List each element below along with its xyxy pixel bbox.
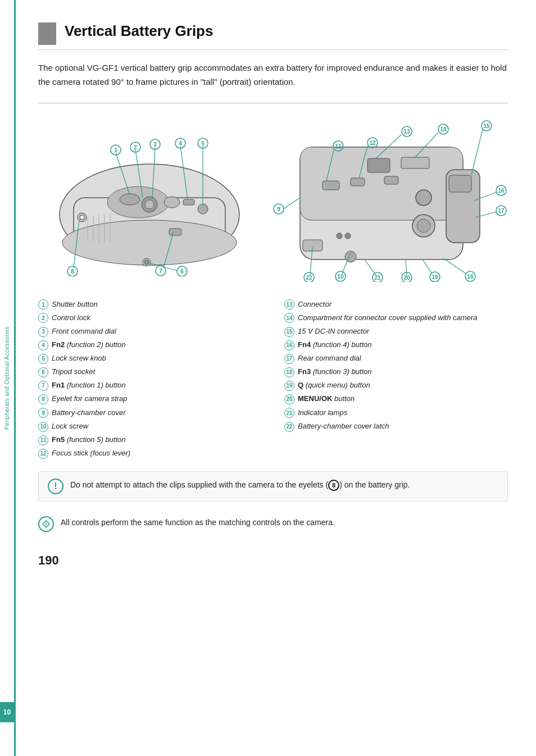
diagram-right-svg: 9 10 11 12 13 14: [272, 113, 508, 282]
notice-num-circle: 8: [328, 480, 339, 491]
diagram-left: 1 2 3 4 5 6: [38, 113, 261, 282]
info-box: All controls perform the same function a…: [38, 512, 508, 536]
svg-point-14: [198, 204, 208, 214]
svg-line-87: [443, 258, 466, 274]
notice-box: ! Do not attempt to attach the clips sup…: [38, 471, 508, 502]
label-item-22: 22 Battery-chamber cover latch: [284, 421, 508, 432]
svg-text:8: 8: [71, 268, 74, 275]
label-item-11: 11 Fn5 (function 5) button: [38, 434, 262, 445]
svg-point-12: [164, 197, 180, 208]
main-content: Vertical Battery Grips The optional VG-G…: [16, 0, 536, 756]
svg-text:3: 3: [153, 142, 157, 148]
page-tab: 10: [0, 702, 15, 722]
svg-rect-50: [384, 176, 398, 184]
info-icon: [38, 516, 54, 532]
svg-text:1: 1: [114, 147, 117, 153]
label-item-19: 19 Q (quick menu) button: [284, 380, 508, 391]
svg-point-11: [145, 200, 154, 209]
label-item-6: 6 Tripod socket: [38, 366, 262, 377]
svg-text:4: 4: [179, 140, 182, 147]
svg-text:15: 15: [483, 123, 490, 129]
label-item-12: 12 Focus stick (focus lever): [38, 448, 262, 459]
svg-line-96: [365, 259, 376, 275]
svg-rect-57: [367, 158, 390, 172]
svg-rect-48: [322, 181, 339, 190]
label-item-7: 7 Fn1 (function 1) button: [38, 380, 262, 391]
svg-rect-49: [351, 178, 365, 186]
label-item-20: 20 MENU/OK button: [284, 393, 508, 404]
svg-text:16: 16: [498, 188, 505, 194]
info-text: All controls perform the same function a…: [61, 516, 335, 529]
svg-point-51: [416, 190, 431, 206]
svg-text:6: 6: [180, 268, 184, 275]
svg-point-2: [62, 220, 237, 265]
label-item-10: 10 Lock screw: [38, 421, 262, 432]
label-item-empty: [284, 434, 508, 445]
svg-rect-56: [303, 240, 322, 251]
section-header: Vertical Battery Grips: [38, 22, 508, 50]
svg-text:11: 11: [335, 143, 342, 149]
svg-line-90: [423, 259, 432, 274]
notice-icon: !: [48, 479, 63, 494]
svg-rect-13: [183, 199, 194, 205]
svg-text:21: 21: [374, 275, 381, 281]
label-item-17: 17 Rear command dial: [284, 353, 508, 364]
svg-text:5: 5: [201, 140, 205, 147]
label-item-16: 16 Fn4 (function 4) button: [284, 339, 508, 350]
label-item-21: 21 Indicator lamps: [284, 407, 508, 418]
svg-text:22: 22: [306, 275, 312, 281]
svg-point-19: [80, 215, 84, 220]
section-color-bar: [38, 22, 56, 45]
label-item-3: 3 Front command dial: [38, 326, 262, 337]
svg-rect-58: [401, 157, 429, 168]
label-item-18: 18 Fn3 (function 3) button: [284, 366, 508, 377]
svg-text:2: 2: [134, 144, 137, 151]
label-item-8: 8 Eyelet for camera strap: [38, 393, 262, 404]
svg-point-55: [345, 233, 351, 239]
svg-point-53: [417, 219, 430, 233]
svg-text:10: 10: [337, 274, 344, 280]
svg-text:12: 12: [369, 140, 376, 146]
sidebar-label: Peripherals and Optional Accessories: [4, 326, 10, 430]
svg-point-54: [337, 233, 342, 239]
svg-text:18: 18: [467, 274, 474, 280]
svg-text:14: 14: [440, 126, 447, 133]
svg-text:7: 7: [159, 268, 162, 274]
svg-text:9: 9: [277, 206, 280, 212]
svg-text:20: 20: [403, 275, 410, 281]
label-item-empty2: [284, 448, 508, 459]
label-item-1: 1 Shutter button: [38, 299, 262, 310]
diagram-left-svg: 1 2 3 4 5 6: [43, 119, 256, 276]
label-item-5: 5 Lock screw knob: [38, 353, 262, 364]
diagram-right: 9 10 11 12 13 14: [272, 113, 508, 282]
svg-line-60: [283, 198, 300, 209]
label-item-2: 2 Control lock: [38, 312, 262, 324]
intro-paragraph: The optional VG-GF1 vertical battery gri…: [38, 61, 508, 89]
svg-point-103: [46, 522, 47, 523]
label-item-9: 9 Battery-chamber cover: [38, 407, 262, 418]
svg-rect-47: [449, 175, 471, 192]
notice-text: Do not attempt to attach the clips suppl…: [70, 479, 410, 491]
svg-rect-17: [169, 229, 181, 235]
labels-grid: 1 Shutter button 13 Connector 2 Control …: [38, 299, 508, 459]
label-item-14: 14 Compartment for connector cover suppl…: [284, 312, 508, 324]
section-title: Vertical Battery Grips: [65, 22, 213, 40]
svg-line-78: [471, 129, 483, 175]
page-number-bottom: 190: [38, 553, 508, 568]
diagrams-row: 1 2 3 4 5 6: [38, 103, 508, 282]
svg-point-9: [120, 194, 140, 205]
svg-text:17: 17: [498, 208, 505, 214]
sidebar: Peripherals and Optional Accessories 10: [0, 0, 16, 756]
svg-text:19: 19: [431, 274, 438, 280]
label-item-4: 4 Fn2 (function 2) button: [38, 339, 262, 350]
label-item-15: 15 15 V DC-IN connector: [284, 326, 508, 337]
svg-text:13: 13: [403, 129, 410, 135]
label-item-13: 13 Connector: [284, 299, 508, 310]
